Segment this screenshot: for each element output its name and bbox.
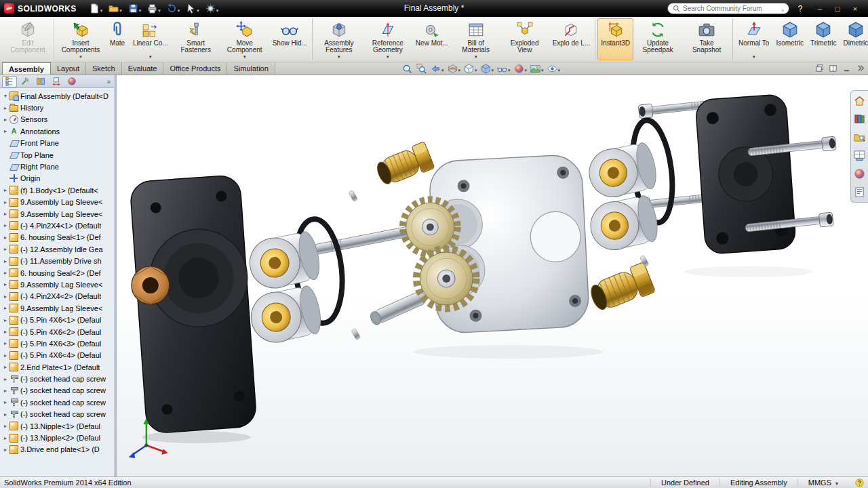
pane-minimize-icon[interactable] bbox=[842, 64, 851, 73]
dropdown-arrow-icon[interactable] bbox=[458, 62, 461, 75]
file-explorer-icon[interactable] bbox=[854, 131, 865, 143]
expander-icon[interactable] bbox=[2, 187, 9, 193]
pane-expand-icon[interactable] bbox=[856, 64, 865, 73]
search-input[interactable] bbox=[683, 5, 778, 12]
expander-icon[interactable] bbox=[2, 364, 9, 370]
ribbon-button[interactable]: Normal To bbox=[735, 18, 772, 60]
dropdown-arrow-icon[interactable] bbox=[525, 62, 528, 75]
featuremanager-tab[interactable] bbox=[64, 76, 79, 87]
tree-item[interactable]: 9.Assembly Lag Sleeve< bbox=[0, 208, 114, 220]
expander-icon[interactable] bbox=[2, 199, 9, 205]
ribbon-button[interactable]: Trimetric bbox=[807, 18, 840, 60]
dropdown-arrow-icon[interactable] bbox=[492, 62, 494, 75]
headsup-button[interactable] bbox=[447, 62, 462, 75]
featuremanager-tab[interactable] bbox=[2, 76, 17, 87]
ribbon-button[interactable]: Bill of Materials bbox=[452, 18, 500, 60]
dropdown-arrow-icon[interactable] bbox=[541, 62, 544, 75]
titlebar-tool-button[interactable] bbox=[126, 2, 144, 16]
expander-icon[interactable] bbox=[2, 211, 9, 217]
tree-item[interactable]: (-) 4.Pin2X4<1> (Default bbox=[0, 220, 114, 231]
tree-item[interactable]: (-) 13.Nipple<1> (Defaul bbox=[0, 420, 114, 432]
dropdown-arrow-icon[interactable] bbox=[475, 62, 477, 75]
expander-icon[interactable] bbox=[2, 93, 9, 99]
headsup-button[interactable] bbox=[416, 64, 428, 74]
tree-item[interactable]: (-) 5.Pin 4X6<1> (Defaul bbox=[0, 314, 114, 325]
ribbon-button[interactable]: Show Hid... bbox=[269, 18, 313, 60]
titlebar-tool-button[interactable] bbox=[203, 2, 221, 16]
titlebar-tool-button[interactable] bbox=[87, 2, 105, 16]
ribbon-button[interactable]: Move Component bbox=[220, 18, 269, 60]
headsup-button[interactable] bbox=[401, 64, 414, 74]
tree-item[interactable]: 9.Assembly Lag Sleeve< bbox=[0, 279, 114, 290]
expander-icon[interactable] bbox=[2, 447, 9, 453]
tree-item[interactable]: 6. housing Seal<2> (Def bbox=[0, 267, 114, 279]
custom-properties-icon[interactable] bbox=[854, 186, 865, 198]
tree-item[interactable]: (-) socket head cap screw bbox=[0, 385, 114, 396]
headsup-button[interactable] bbox=[430, 62, 445, 75]
pane-split-icon[interactable] bbox=[829, 64, 837, 73]
featuremanager-tab[interactable] bbox=[33, 76, 48, 87]
tree-item[interactable]: Origin bbox=[0, 173, 114, 184]
expander-icon[interactable] bbox=[2, 411, 9, 418]
dropdown-arrow-icon[interactable] bbox=[441, 62, 444, 75]
tree-item[interactable]: 3.Drive end plate<1> (D bbox=[0, 444, 114, 455]
search-scope-arrow-icon[interactable] bbox=[781, 3, 784, 15]
tree-item[interactable]: (-) socket head cap screw bbox=[0, 373, 114, 384]
tree-item[interactable]: (-) 5.Pin 4X6<3> (Defaul bbox=[0, 338, 114, 349]
tree-item[interactable]: (-) 5.Pin 4X6<4> (Defaul bbox=[0, 350, 114, 361]
help-button[interactable]: ? bbox=[795, 4, 805, 14]
featuremanager-tab[interactable] bbox=[49, 76, 64, 87]
tree-item[interactable]: (-) 11.Assembly Drive sh bbox=[0, 255, 114, 266]
ribbon-button[interactable]: Smart Fasteners bbox=[172, 18, 220, 60]
tree-item[interactable]: (-) 4.Pin2X4<2> (Default bbox=[0, 291, 114, 302]
expander-icon[interactable] bbox=[2, 246, 9, 252]
dropdown-arrow-icon[interactable] bbox=[158, 3, 161, 15]
ribbon-button[interactable]: Mate bbox=[105, 18, 130, 60]
appearances-icon[interactable] bbox=[854, 168, 865, 180]
ribbon-button[interactable]: Edit Component bbox=[3, 18, 54, 60]
expander-icon[interactable] bbox=[2, 317, 9, 323]
ribbon-button[interactable]: Instant3D bbox=[597, 18, 633, 60]
tree-item[interactable]: (-) 12.Assembly Idle Gea bbox=[0, 243, 114, 255]
ribbon-button[interactable]: Isometric bbox=[772, 18, 807, 60]
dropdown-arrow-icon[interactable] bbox=[139, 3, 142, 15]
ribbon-button[interactable]: Explo de L... bbox=[549, 18, 596, 60]
resources-home-icon[interactable] bbox=[854, 95, 865, 106]
expander-icon[interactable] bbox=[2, 376, 9, 382]
tree-item[interactable]: Right Plane bbox=[0, 161, 114, 172]
ribbon-button[interactable]: Update Speedpak bbox=[633, 18, 682, 60]
dropdown-arrow-icon[interactable] bbox=[119, 3, 122, 15]
ribbon-button[interactable]: Assembly Features bbox=[315, 18, 363, 60]
tab-assembly[interactable]: Assembly bbox=[2, 62, 51, 75]
headsup-button[interactable] bbox=[530, 62, 545, 75]
design-library-icon[interactable] bbox=[854, 113, 865, 125]
ribbon-button[interactable]: Reference Geometry bbox=[363, 18, 412, 60]
tree-item[interactable]: Sensors bbox=[0, 114, 114, 125]
tree-item[interactable]: (-) 13.Nipple<2> (Defaul bbox=[0, 432, 114, 443]
tree-item[interactable]: Top Plane bbox=[0, 149, 114, 161]
expander-icon[interactable] bbox=[2, 117, 9, 123]
tree-item[interactable]: 6. housing Seal<1> (Def bbox=[0, 232, 114, 243]
ribbon-button[interactable]: Exploded View bbox=[500, 18, 549, 60]
tree-item[interactable]: Front Plane bbox=[0, 138, 114, 149]
expander-icon[interactable] bbox=[2, 435, 9, 441]
titlebar-tool-button[interactable] bbox=[145, 2, 163, 16]
tree-item[interactable]: (f) 1.Body<1> (Default< bbox=[0, 184, 114, 196]
headsup-button[interactable] bbox=[463, 62, 478, 75]
tab-layout[interactable]: Layout bbox=[51, 62, 86, 75]
expander-icon[interactable] bbox=[2, 128, 9, 134]
headsup-button[interactable] bbox=[496, 62, 511, 75]
dropdown-arrow-icon[interactable] bbox=[558, 62, 561, 75]
tab-office-products[interactable]: Office Products bbox=[163, 62, 227, 75]
expander-icon[interactable] bbox=[2, 340, 9, 346]
dropdown-arrow-icon[interactable] bbox=[178, 3, 180, 15]
titlebar-tool-button[interactable] bbox=[165, 2, 182, 16]
dropdown-arrow-icon[interactable] bbox=[197, 3, 199, 15]
expander-icon[interactable] bbox=[2, 222, 9, 228]
titlebar-tool-button[interactable] bbox=[106, 2, 124, 16]
dropdown-arrow-icon[interactable] bbox=[508, 62, 511, 75]
tree-item[interactable]: 2.End Plate<1> (Default bbox=[0, 361, 114, 373]
expander-icon[interactable] bbox=[2, 270, 9, 276]
headsup-button[interactable] bbox=[513, 62, 528, 75]
ribbon-button[interactable]: Linear Co... bbox=[130, 18, 172, 60]
